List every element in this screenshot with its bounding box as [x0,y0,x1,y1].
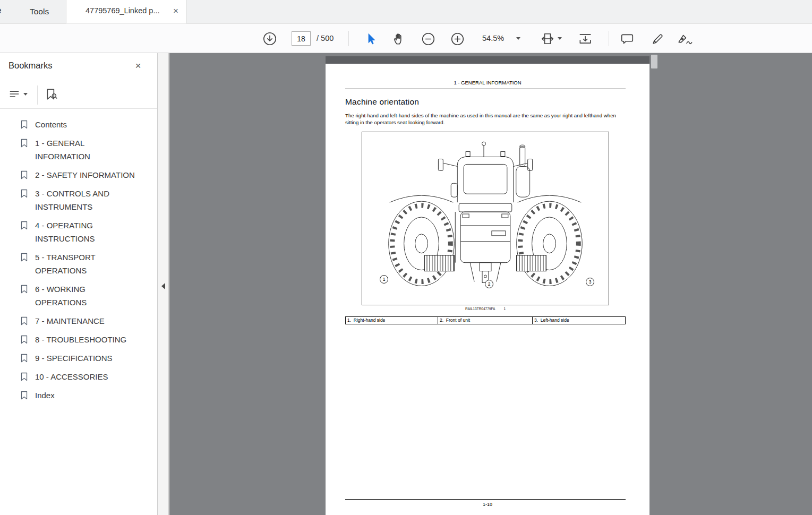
page-count-divider: / [317,34,319,42]
toolbar-divider [609,31,609,46]
home-tab-partial[interactable]: e [0,5,1,16]
bookmark-icon [20,354,28,363]
bookmark-label: 2 - SAFETY INFORMATION [35,168,135,182]
tab-tools[interactable]: Tools [15,0,64,23]
footer-rule [345,499,626,500]
close-tab-icon[interactable]: × [170,5,182,18]
bookmarks-panel-title: Bookmarks [8,61,53,71]
document-pane: 1 - GENERAL INFORMATION Machine orientat… [169,53,812,515]
figure-reference-code: RAIL13TR04779FA [465,307,495,311]
bookmark-icon [20,391,28,400]
pdf-page: 1 - GENERAL INFORMATION Machine orientat… [326,64,649,515]
bookmarks-panel-header: Bookmarks × [0,53,157,81]
bookmark-icon [20,189,28,198]
zoom-in-icon[interactable] [450,32,465,46]
bookmark-item-operating-instructions[interactable]: 4 - OPERATING INSTRUCTIONS [0,216,157,248]
comment-icon[interactable] [620,32,634,46]
chevron-down-icon[interactable] [558,37,562,40]
bookmark-label: Contents [35,118,67,131]
tab-document[interactable]: 47795769_Linked p... × [66,0,186,23]
bookmark-item-working-operations[interactable]: 6 - WORKING OPERATIONS [0,280,157,312]
bookmark-icon [20,372,28,381]
main-toolbar: / 500 54.5% [0,24,812,53]
page-total: 500 [321,34,334,42]
bookmark-label: 8 - TROUBLESHOOTING [35,333,126,346]
toolbar-divider [348,31,349,46]
page-gap [326,56,649,64]
bookmark-label: 5 - TRANSPORT OPERATIONS [35,251,137,277]
find-current-bookmark-icon[interactable] [45,88,58,101]
fill-sign-icon[interactable] [678,33,695,46]
bookmark-icon [20,221,28,230]
panel-toolbar-divider [37,85,38,105]
highlight-pencil-icon[interactable] [651,32,664,46]
figure-callout: 2 [485,280,493,288]
tab-bar: e Tools 47795769_Linked p... × [0,0,812,23]
select-tool-icon[interactable] [364,32,377,45]
legend-cell: 3. Left-hand side [533,317,625,324]
figure-box: 1 2 3 [362,132,609,305]
figure-number: 1 [503,307,506,311]
legend-cell: 1. Right-hand side [346,317,438,324]
bookmark-icon [20,335,28,344]
bookmarks-panel-toolbar [0,81,157,109]
bookmark-item-contents[interactable]: Contents [0,115,157,134]
page-number-input[interactable] [292,31,311,46]
bookmark-icon [20,253,28,262]
tractor-rear-view-drawing [362,132,609,305]
section-heading: Machine orientation [345,97,419,107]
panel-splitter[interactable] [158,53,169,515]
bookmark-label: 9 - SPECIFICATIONS [35,351,113,365]
page-count-label: / 500 [317,34,334,42]
zoom-out-icon[interactable] [421,32,435,46]
bookmark-label: 6 - WORKING OPERATIONS [35,282,137,309]
document-tab-title: 47795769_Linked p... [86,6,160,15]
chevron-down-icon [23,93,28,96]
bookmark-item-maintenance[interactable]: 7 - MAINTENANCE [0,312,157,330]
bookmark-icon [20,139,28,148]
bookmark-item-index[interactable]: Index [0,386,157,405]
bookmark-label: 3 - CONTROLS AND INSTRUMENTS [35,187,137,213]
page-footer-number: 1-10 [326,502,649,507]
bookmark-icon [20,285,28,294]
bookmark-options-menu[interactable] [8,88,28,100]
reading-mode-icon[interactable] [578,32,592,46]
figure-callout: 1 [380,275,388,284]
figure-callout: 3 [586,278,594,286]
running-header: 1 - GENERAL INFORMATION [326,80,649,85]
bookmarks-panel: Bookmarks × Contents 1 - GENERAL INFORMA… [0,53,158,515]
bookmark-label: 4 - OPERATING INSTRUCTIONS [35,219,137,245]
header-rule [345,89,626,89]
close-panel-icon[interactable]: × [132,58,144,73]
bookmark-icon [20,120,28,129]
bookmark-label: 10 - ACCESSORIES [35,370,108,383]
bookmark-item-specifications[interactable]: 9 - SPECIFICATIONS [0,349,157,367]
bookmark-icon [20,316,28,325]
bookmark-icon [20,170,28,179]
collapse-panel-button[interactable] [159,278,167,294]
figure-caption: RAIL13TR04779FA1 [362,307,609,311]
body-paragraph: The right-hand and left-hand sides of th… [345,113,625,126]
download-icon[interactable] [262,31,277,46]
bookmark-item-controls-and-instruments[interactable]: 3 - CONTROLS AND INSTRUMENTS [0,184,157,216]
zoom-level-dropdown[interactable]: 54.5% [482,34,504,42]
bookmarks-list: Contents 1 - GENERAL INFORMATION 2 - SAF… [0,109,157,515]
bookmark-label: 7 - MAINTENANCE [35,314,105,328]
figure-legend-table: 1. Right-hand side 2. Front of unit 3. L… [345,316,626,324]
vertical-scrollbar-thumb[interactable] [651,55,657,68]
bookmark-item-general-information[interactable]: 1 - GENERAL INFORMATION [0,134,157,166]
bookmark-label: Index [35,389,55,402]
bookmark-item-safety-information[interactable]: 2 - SAFETY INFORMATION [0,166,157,184]
bookmark-item-accessories[interactable]: 10 - ACCESSORIES [0,367,157,386]
bookmark-item-transport-operations[interactable]: 5 - TRANSPORT OPERATIONS [0,248,157,280]
chevron-down-icon[interactable] [516,37,520,40]
hand-tool-icon[interactable] [392,32,406,46]
chevron-left-icon [161,283,165,289]
page-fit-icon[interactable] [541,32,554,46]
legend-cell: 2. Front of unit [438,317,533,324]
bookmark-item-troubleshooting[interactable]: 8 - TROUBLESHOOTING [0,330,157,349]
bookmark-label: 1 - GENERAL INFORMATION [35,136,137,163]
